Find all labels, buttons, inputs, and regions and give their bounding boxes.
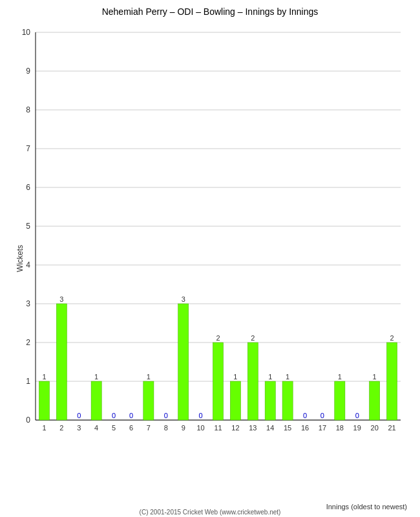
svg-text:4: 4: [26, 260, 30, 269]
svg-rect-61: [282, 381, 293, 420]
svg-text:11: 11: [214, 424, 222, 432]
svg-text:0: 0: [26, 416, 30, 425]
svg-rect-32: [91, 381, 101, 420]
svg-rect-27: [56, 304, 67, 420]
svg-text:0: 0: [112, 412, 116, 419]
svg-text:1: 1: [233, 373, 237, 381]
footer-text: (C) 2001-2015 Cricket Web (www.cricketwe…: [0, 509, 420, 516]
svg-rect-44: [178, 304, 189, 420]
svg-text:3: 3: [26, 299, 30, 308]
svg-rect-52: [230, 381, 240, 420]
svg-rect-39: [143, 381, 154, 420]
svg-text:1: 1: [94, 373, 98, 381]
svg-text:9: 9: [182, 424, 185, 432]
svg-text:3: 3: [182, 295, 185, 303]
y-axis-label: Wickets: [16, 245, 25, 272]
svg-text:15: 15: [284, 424, 291, 432]
svg-text:1: 1: [286, 373, 289, 381]
svg-text:0: 0: [355, 412, 359, 419]
svg-text:4: 4: [94, 424, 98, 432]
svg-text:2: 2: [26, 338, 30, 347]
svg-text:19: 19: [353, 424, 361, 432]
svg-text:5: 5: [26, 222, 30, 231]
svg-rect-49: [213, 343, 223, 420]
svg-text:16: 16: [301, 424, 309, 432]
svg-text:1: 1: [42, 424, 46, 432]
svg-text:2: 2: [251, 334, 255, 342]
svg-text:2: 2: [59, 424, 63, 432]
svg-text:8: 8: [164, 424, 168, 432]
svg-text:7: 7: [26, 144, 30, 153]
svg-text:1: 1: [147, 373, 151, 381]
svg-text:1: 1: [373, 373, 377, 381]
svg-text:10: 10: [196, 424, 204, 432]
svg-text:13: 13: [249, 424, 257, 432]
svg-rect-58: [265, 381, 275, 420]
svg-text:9: 9: [26, 67, 30, 76]
svg-text:0: 0: [199, 412, 203, 419]
svg-text:10: 10: [22, 28, 31, 37]
svg-rect-55: [247, 343, 258, 420]
svg-text:1: 1: [268, 373, 272, 381]
svg-text:7: 7: [147, 424, 151, 432]
svg-text:3: 3: [77, 424, 81, 432]
svg-text:1: 1: [338, 373, 342, 381]
svg-text:8: 8: [26, 105, 30, 114]
svg-rect-68: [335, 381, 345, 420]
svg-text:3: 3: [59, 295, 63, 303]
svg-text:1: 1: [42, 373, 46, 381]
svg-text:0: 0: [320, 412, 324, 419]
svg-text:2: 2: [390, 334, 394, 342]
svg-text:14: 14: [266, 424, 274, 432]
svg-text:5: 5: [112, 424, 116, 432]
svg-rect-76: [386, 343, 397, 420]
svg-text:0: 0: [164, 412, 168, 419]
svg-text:12: 12: [231, 424, 239, 432]
svg-text:20: 20: [371, 424, 379, 432]
svg-text:0: 0: [77, 412, 81, 419]
chart-container: Nehemiah Perry – ODI – Bowling – Innings…: [0, 0, 420, 517]
svg-text:17: 17: [319, 424, 326, 432]
svg-text:1: 1: [26, 377, 30, 386]
svg-text:0: 0: [129, 412, 133, 419]
svg-rect-73: [370, 381, 380, 420]
svg-text:6: 6: [129, 424, 133, 432]
svg-text:0: 0: [303, 412, 307, 419]
svg-rect-24: [39, 381, 49, 420]
svg-text:18: 18: [336, 424, 344, 432]
svg-text:2: 2: [216, 334, 220, 342]
bar-chart: 0123456789101132031405061708390102111122…: [36, 26, 407, 472]
chart-title: Nehemiah Perry – ODI – Bowling – Innings…: [0, 0, 420, 20]
svg-text:6: 6: [26, 183, 30, 192]
svg-text:21: 21: [388, 424, 395, 432]
